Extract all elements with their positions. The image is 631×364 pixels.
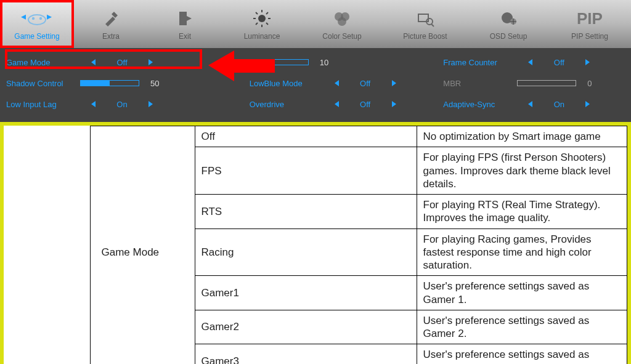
- setting-mbr: MBR 0: [443, 73, 625, 94]
- exit-icon: [176, 7, 194, 30]
- tab-luminance[interactable]: Luminance: [222, 0, 302, 48]
- setting-value: Off: [543, 58, 574, 67]
- svg-point-4: [39, 17, 42, 20]
- svg-point-2: [28, 15, 46, 25]
- desc-cell: For playing Racing games, Provides faste…: [417, 229, 627, 276]
- setting-label: Low Input Lag: [6, 100, 80, 109]
- arrow-left-icon[interactable]: [335, 101, 339, 107]
- tab-label: Picture Boost: [403, 32, 447, 41]
- arrow-right-icon[interactable]: [149, 101, 153, 107]
- game-mode-table: Game Mode Off No optimization by Smart i…: [4, 126, 627, 364]
- arrow-left-icon[interactable]: [528, 101, 532, 107]
- mode-cell: Gamer3: [195, 344, 417, 364]
- tab-osd-setup[interactable]: OSD Setup: [468, 0, 548, 48]
- setting-label: MBR: [443, 79, 517, 88]
- table-row: Game Mode Off No optimization by Smart i…: [4, 126, 627, 147]
- setting-value: Off: [350, 79, 381, 88]
- tab-label: PIP Setting: [571, 32, 608, 41]
- mode-cell: RTS: [195, 195, 417, 229]
- setting-value: Off: [350, 100, 381, 109]
- setting-frame-counter[interactable]: Frame Counter Off: [443, 52, 625, 73]
- slider[interactable]: [250, 59, 309, 65]
- settings-col-1: Game Mode Off Shadow Control 50 Low Inpu…: [0, 52, 194, 115]
- setting-label: Overdrive: [250, 100, 324, 109]
- mode-cell: Racing: [195, 229, 417, 276]
- svg-line-12: [266, 23, 268, 25]
- desc-cell: For playing RTS (Real Time Strategy). Im…: [417, 195, 627, 229]
- desc-cell: User's preference settings saved as Game…: [417, 310, 627, 344]
- setting-adaptive-sync[interactable]: Adaptive-Sync On: [443, 94, 625, 115]
- tab-extra[interactable]: Extra: [74, 0, 148, 48]
- setting-value: 10: [320, 58, 344, 67]
- slider[interactable]: [80, 80, 139, 86]
- mode-cell: FPS: [195, 147, 417, 195]
- table-header-cell: Game Mode: [90, 126, 195, 365]
- arrow-right-icon[interactable]: [585, 101, 590, 107]
- tools-icon: [102, 7, 120, 30]
- gear-globe-icon: [499, 7, 518, 30]
- setting-label: LowBlue Mode: [250, 79, 324, 88]
- osd-panel: ◂ ▸ Game Setting Extra Exit: [0, 0, 631, 364]
- brightness-icon: [253, 7, 271, 30]
- setting-gamma-slider[interactable]: 10: [250, 52, 431, 73]
- setting-value: 50: [150, 79, 175, 88]
- mode-cell: Off: [195, 126, 417, 147]
- setting-label: Game Mode: [6, 58, 80, 67]
- svg-text:▸: ▸: [47, 11, 52, 22]
- tab-label: Exit: [179, 32, 191, 41]
- color-icon: [332, 7, 352, 30]
- setting-label: Shadow Control: [6, 79, 80, 88]
- arrow-left-icon[interactable]: [91, 59, 96, 65]
- pip-text-icon: PIP: [577, 7, 603, 30]
- desc-cell: User's preference settings saved as Game…: [417, 276, 627, 310]
- tab-exit[interactable]: Exit: [148, 0, 222, 48]
- osd-top-tabs: ◂ ▸ Game Setting Extra Exit: [0, 0, 631, 48]
- setting-label: Adaptive-Sync: [443, 100, 517, 109]
- arrow-left-icon[interactable]: [91, 101, 96, 107]
- slider: [517, 80, 576, 86]
- arrow-right-icon[interactable]: [585, 59, 590, 65]
- game-mode-table-wrap: Game Mode Off No optimization by Smart i…: [0, 122, 631, 364]
- setting-game-mode[interactable]: Game Mode Off: [6, 52, 188, 73]
- mode-cell: Gamer2: [195, 310, 417, 344]
- setting-value: Off: [107, 58, 137, 67]
- tab-color-setup[interactable]: Color Setup: [302, 0, 382, 48]
- setting-value: 0: [587, 79, 612, 88]
- setting-value: On: [107, 100, 137, 109]
- tab-label: Luminance: [244, 32, 280, 41]
- svg-line-13: [256, 23, 258, 25]
- tab-game-setting[interactable]: ◂ ▸ Game Setting: [0, 0, 74, 48]
- setting-overdrive[interactable]: Overdrive Off: [250, 94, 431, 115]
- arrow-right-icon[interactable]: [149, 59, 153, 65]
- settings-col-2: 10 LowBlue Mode Off Overdrive Off: [194, 52, 438, 115]
- svg-line-11: [256, 12, 258, 14]
- settings-col-3: Frame Counter Off MBR 0 Adaptive-Sync On: [437, 52, 631, 115]
- arrow-right-icon[interactable]: [392, 80, 396, 86]
- svg-line-20: [431, 24, 434, 26]
- arrow-left-icon[interactable]: [528, 59, 532, 65]
- mode-cell: Gamer1: [195, 276, 417, 310]
- tab-label: Color Setup: [322, 32, 361, 41]
- svg-point-6: [258, 15, 266, 22]
- gamepad-icon: ◂ ▸: [20, 7, 54, 30]
- desc-cell: User's preference settings saved as Game…: [417, 344, 627, 364]
- tab-label: Extra: [102, 32, 120, 41]
- magnify-icon: [416, 7, 434, 30]
- tab-label: OSD Setup: [490, 32, 527, 41]
- desc-cell: For playing FPS (first Person Shooters) …: [417, 147, 627, 195]
- setting-label: Frame Counter: [443, 58, 517, 67]
- svg-point-17: [338, 17, 346, 26]
- arrow-right-icon[interactable]: [392, 101, 396, 107]
- svg-point-3: [32, 17, 35, 20]
- setting-shadow-control[interactable]: Shadow Control 50: [6, 73, 188, 94]
- setting-lowblue-mode[interactable]: LowBlue Mode Off: [250, 73, 431, 94]
- tab-pip-setting[interactable]: PIP PIP Setting: [548, 0, 631, 48]
- arrow-left-icon[interactable]: [335, 80, 339, 86]
- tab-label: Game Setting: [14, 32, 59, 41]
- setting-value: On: [543, 100, 574, 109]
- osd-settings-area: Game Mode Off Shadow Control 50 Low Inpu…: [0, 48, 631, 122]
- svg-text:◂: ◂: [21, 11, 26, 22]
- tab-picture-boost[interactable]: Picture Boost: [382, 0, 468, 48]
- desc-cell: No optimization by Smart image game: [417, 126, 627, 147]
- setting-low-input-lag[interactable]: Low Input Lag On: [6, 94, 188, 115]
